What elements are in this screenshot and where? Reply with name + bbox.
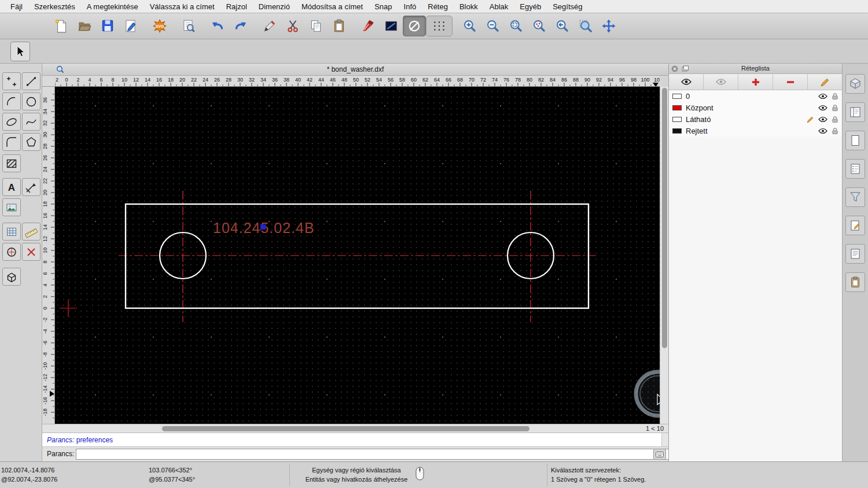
menu-item-13[interactable]: Egyéb (514, 2, 547, 11)
polyline-tool-button[interactable] (2, 133, 21, 151)
dock-layer-edit-button[interactable] (845, 216, 865, 235)
print-preview-button[interactable] (177, 16, 200, 36)
menu-item-11[interactable]: Blokk (454, 2, 484, 11)
circle-center-tool-button[interactable] (2, 243, 21, 261)
grid-toggle-button[interactable] (426, 16, 453, 36)
menu-item-3[interactable]: A megtekintése (81, 2, 144, 11)
layer-visibility-toggle[interactable] (818, 116, 827, 123)
hide-all-layers-button[interactable] (704, 74, 738, 90)
drawing-canvas[interactable]: 104.245.02.4B (55, 87, 660, 424)
zoom-auto-button[interactable] (505, 16, 528, 36)
spline-tool-button[interactable] (22, 113, 41, 131)
zoom-window-button[interactable] (574, 16, 597, 36)
layer-lock-toggle[interactable] (832, 93, 838, 100)
menu-item-6[interactable]: Dimenzió (253, 2, 296, 11)
pattern-tool-button[interactable] (2, 223, 21, 241)
layer-color-swatch[interactable] (672, 117, 682, 122)
layer-row-Központ[interactable]: Központ (669, 102, 842, 113)
layer-color-swatch[interactable] (672, 105, 682, 110)
layer-color-swatch[interactable] (672, 128, 682, 134)
layer-lock-toggle[interactable] (832, 104, 838, 112)
delete-tool-button[interactable] (22, 243, 41, 261)
vscroll-thumb[interactable] (662, 88, 667, 348)
line-attributes-button[interactable] (380, 16, 403, 36)
grid-dots-icon (432, 19, 447, 34)
menu-item-2[interactable]: Szerkesztés (28, 2, 81, 11)
layer-row-Látható[interactable]: Látható (669, 113, 842, 125)
hatch-tool-button[interactable] (2, 154, 21, 172)
menu-item-1[interactable]: Fájl (5, 2, 28, 11)
open-file-button[interactable] (73, 16, 96, 36)
image-tool-button[interactable] (2, 198, 21, 216)
copy-button[interactable] (304, 16, 328, 36)
cut-button[interactable] (281, 16, 304, 36)
zoom-out-button[interactable] (481, 16, 505, 36)
command-keyboard-button[interactable] (653, 449, 666, 460)
point-tool-button[interactable] (2, 72, 21, 90)
circle-tool-icon (25, 95, 38, 108)
layer-visibility-toggle[interactable] (818, 105, 827, 111)
polygon-tool-button[interactable] (22, 133, 41, 151)
zoom-in-button[interactable] (458, 16, 481, 36)
arc-tool-button[interactable] (2, 93, 21, 110)
zoom-selected-button[interactable] (528, 16, 551, 36)
svg-text:66: 66 (446, 77, 451, 83)
layer-row-0[interactable]: 0 (669, 90, 842, 102)
dock-3d-view-button[interactable] (845, 74, 865, 94)
show-all-layers-button[interactable] (669, 74, 704, 90)
redo-button[interactable] (229, 16, 252, 36)
pan-button[interactable] (597, 16, 620, 36)
canvas-horizontal-scrollbar[interactable]: 1 < 10 (42, 424, 668, 432)
svg-text:6: 6 (100, 77, 102, 83)
menu-item-14[interactable]: Segítség (547, 2, 588, 11)
dock-library-button[interactable] (845, 102, 865, 122)
undo-button[interactable] (206, 16, 229, 36)
redo-icon (233, 19, 248, 34)
menu-item-5[interactable]: Rajzol (220, 2, 253, 11)
menu-item-4[interactable]: Válassza ki a címet (144, 2, 220, 11)
command-input[interactable] (76, 449, 690, 460)
circle-tool-button[interactable] (403, 16, 426, 36)
dock-block-list-button[interactable] (845, 159, 865, 179)
command-history-scrollbar[interactable] (661, 433, 668, 446)
line-tool-button[interactable] (22, 72, 41, 90)
pen-attributes-icon (361, 19, 376, 34)
select-tool-button[interactable] (10, 42, 30, 61)
dock-page-button[interactable] (845, 131, 865, 150)
save-button[interactable] (96, 16, 119, 36)
menu-item-10[interactable]: Réteg (422, 2, 454, 11)
menu-item-12[interactable]: Ablak (484, 2, 514, 11)
paste-button[interactable] (328, 16, 351, 36)
dimension-tool-button[interactable] (22, 178, 41, 196)
dock-clipboard-button[interactable] (845, 272, 865, 292)
remove-layer-button[interactable] (773, 74, 808, 90)
layer-lock-toggle[interactable] (832, 127, 838, 135)
layer-row-Rejtett[interactable]: Rejtett (669, 125, 842, 136)
canvas-vertical-scrollbar[interactable] (660, 87, 668, 424)
layer-visibility-toggle[interactable] (818, 128, 827, 134)
box3d-tool-button[interactable] (2, 268, 21, 286)
layer-edit-pencil-icon (821, 77, 830, 87)
layer-visibility-toggle[interactable] (818, 93, 827, 99)
edit-entity-button[interactable] (258, 16, 281, 36)
new-file-button[interactable] (50, 16, 73, 36)
pen-attributes-button[interactable] (356, 16, 380, 36)
edit-layer-button[interactable] (808, 74, 842, 90)
dock-notes-button[interactable] (845, 244, 865, 264)
menu-item-8[interactable]: Snap (369, 2, 398, 11)
measure-tool-button[interactable] (22, 223, 41, 241)
dock-filter-button[interactable] (845, 187, 865, 207)
zoom-previous-button[interactable] (551, 16, 574, 36)
drawing-preferences-button[interactable] (119, 16, 142, 36)
ellipse-tool-button[interactable] (2, 113, 21, 131)
circle-draw-tool-button[interactable] (22, 93, 41, 110)
hscroll-thumb[interactable] (162, 426, 529, 431)
layer-color-swatch[interactable] (672, 94, 682, 99)
text-tool-button[interactable]: A (2, 178, 21, 196)
svg-export-button[interactable]: SVG (148, 16, 171, 36)
menu-item-7[interactable]: Módosítsa a címet (296, 2, 369, 11)
document-title: * bond_washer.dxf (327, 65, 384, 73)
layer-lock-toggle[interactable] (832, 116, 838, 123)
add-layer-button[interactable] (738, 74, 773, 90)
menu-item-9[interactable]: Infó (398, 2, 422, 11)
